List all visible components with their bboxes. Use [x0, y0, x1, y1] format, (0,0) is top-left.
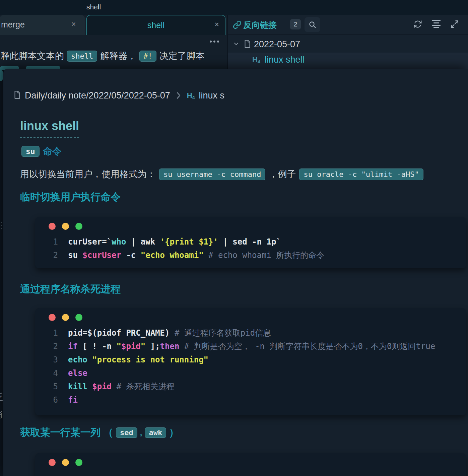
code-line: 2su $curUser -c "echo whoami" # echo who… [49, 249, 466, 262]
code-lines[interactable]: 1curUser=`who | awk '{print $1}' | sed -… [49, 235, 466, 262]
comma: , [140, 428, 142, 437]
code-token: # 通过程序名获取pid信息 [175, 328, 271, 338]
code-block-get-row-col [35, 453, 466, 476]
chevron-right-icon [176, 91, 182, 99]
backlinks-count-badge: 2 [290, 19, 301, 29]
code-token: $pid [121, 342, 141, 351]
line-number: 2 [49, 340, 58, 353]
code-token: ]; [145, 342, 160, 351]
yellow-dot-icon [62, 223, 69, 230]
refresh-icon[interactable] [413, 19, 423, 29]
code-token [87, 355, 92, 364]
code-token: "echo whoami" [141, 251, 204, 260]
code-token: who [112, 237, 126, 247]
file-icon [13, 90, 21, 100]
hover-preview-modal: Daily/daily note/2022/05/2022-05-07 H4 l… [3, 69, 468, 476]
code-token: [ ! -n [78, 342, 117, 351]
code-token: echo [68, 355, 87, 364]
line-number: 3 [49, 353, 58, 366]
sort-order-icon[interactable] [431, 19, 441, 29]
code-lines[interactable]: 1pid=$(pidof PRC_NAME) # 通过程序名获取pid信息2if… [49, 326, 466, 407]
heading-su-command-label: 命令 [43, 145, 62, 158]
tab-shell-close-icon[interactable]: × [215, 20, 219, 29]
code-token: kill [68, 382, 87, 391]
code-line: 5kill $pid # 杀死相关进程 [49, 380, 466, 393]
code-token: | sed -n 1p` [218, 237, 281, 247]
code-token: " [141, 342, 145, 351]
backlink-result-label: linux shell [265, 55, 305, 65]
h4-marker: H4 [187, 91, 195, 100]
tab-merge[interactable]: merge × [0, 15, 85, 35]
code-line: 3echo "process is not running" [49, 353, 466, 366]
code-token: if [68, 342, 78, 351]
background-note-text: 释此脚本文本的 shell 解释器， #! 决定了脚本 [1, 50, 205, 62]
paragraph: 用以切换当前用户，使用格式为： su username -c command ，… [20, 168, 452, 180]
paren-open: （ [103, 426, 113, 439]
clipped-code-pill: o [0, 70, 3, 81]
window-title: shell [86, 3, 101, 11]
link-icon [233, 20, 242, 30]
red-dot-icon [49, 223, 56, 230]
code-token: su [68, 251, 82, 260]
red-dot-icon [49, 314, 56, 321]
code-line: 1curUser=`who | awk '{print $1}' | sed -… [49, 235, 466, 249]
code-token: fi [68, 395, 78, 405]
code-token: pid=$(pidof PRC_NAME) [68, 328, 175, 338]
inline-code-su-format: su username -c command [159, 168, 265, 180]
code-token: -c [121, 251, 141, 260]
editor-pane: merge × shell × 释此脚本文本的 shell 解释器， #! 决定… [0, 15, 227, 69]
mac-window-dots [49, 314, 466, 321]
backlink-file-row[interactable]: 2022-05-07 [228, 35, 468, 53]
note-title: linux shell [20, 119, 79, 138]
code-block-kill-process: 1pid=$(pidof PRC_NAME) # 通过程序名获取pid信息2if… [35, 308, 466, 415]
heading-su-command: su 命令 [21, 145, 62, 158]
bg-text-3: 决定了脚本 [159, 50, 205, 62]
inline-code-shebang: #! [139, 51, 156, 62]
breadcrumb[interactable]: Daily/daily note/2022/05/2022-05-07 H4 l… [13, 89, 224, 101]
paragraph-text-1: 用以切换当前用户，使用格式为： [20, 168, 156, 180]
tab-merge-close-icon[interactable]: × [71, 20, 76, 29]
code-token: $pid [92, 382, 112, 391]
backlink-file-label: 2022-05-07 [254, 39, 300, 50]
code-token: '{print $1}' [160, 237, 218, 247]
yellow-dot-icon [62, 314, 69, 321]
line-number: 1 [49, 326, 58, 340]
code-token: else [68, 368, 87, 378]
code-block-switch-user: 1curUser=`who | awk '{print $1}' | sed -… [35, 217, 466, 268]
code-line: 1pid=$(pidof PRC_NAME) # 通过程序名获取pid信息 [49, 326, 466, 340]
line-number: 6 [49, 393, 58, 407]
breadcrumb-current[interactable]: linux s [199, 90, 225, 101]
breadcrumb-path[interactable]: Daily/daily note/2022/05/2022-05-07 [25, 90, 170, 101]
line-number: 5 [49, 380, 58, 393]
window-titlebar: shell [0, 0, 468, 15]
chevron-down-icon[interactable] [233, 41, 240, 49]
tab-shell[interactable]: shell × [86, 15, 225, 35]
code-token: curUser=` [68, 237, 112, 247]
tab-shell-label: shell [87, 20, 225, 30]
more-options-icon[interactable] [210, 41, 219, 43]
line-number: 2 [49, 249, 58, 262]
code-line: 6fi [49, 393, 466, 407]
inline-code-sed: sed [116, 427, 137, 438]
backlinks-header: 反向链接 2 [228, 15, 468, 35]
code-token: # echo whoami 所执行的命令 [204, 251, 325, 260]
h4-marker: H4 [252, 55, 260, 64]
mac-window-dots [49, 459, 466, 466]
code-line: 2if [ ! -n "$pid" ];then # 判断是否为空， -n 判断… [49, 340, 466, 353]
expand-icon[interactable] [450, 19, 460, 29]
backlink-result-row[interactable]: H4 linux shell [228, 53, 468, 69]
line-number: 4 [49, 366, 58, 380]
code-token: " [117, 342, 121, 351]
paragraph-text-2: ，例子 [269, 168, 296, 180]
inline-code-shell: shell [67, 51, 97, 62]
paren-close: ） [169, 426, 179, 439]
backlinks-panel: 反向链接 2 [228, 15, 468, 69]
code-token [87, 382, 92, 391]
clipped-list-marks [1, 222, 2, 229]
yellow-dot-icon [62, 459, 69, 466]
section-heading-get-row-col: 获取某一行某一列 （ sed , awk ） [20, 426, 179, 439]
search-button[interactable] [305, 17, 320, 32]
tab-merge-label: merge [1, 20, 25, 29]
green-dot-icon [75, 459, 82, 466]
line-number: 1 [49, 235, 58, 249]
